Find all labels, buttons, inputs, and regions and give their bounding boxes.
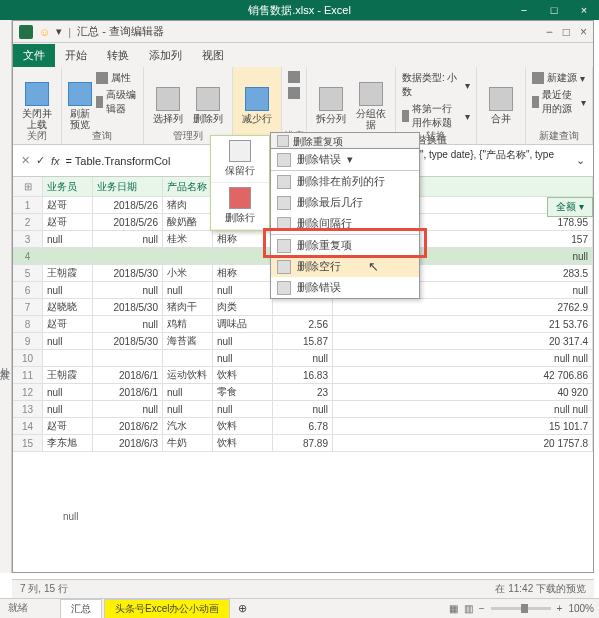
submenu-err-head[interactable]: 删除错误 ▾ [271,149,419,170]
combine-button[interactable]: 合并 [483,70,519,141]
min-icon[interactable]: − [509,4,539,16]
cell-biz[interactable]: 王朝霞 [43,265,93,281]
cell-biz[interactable]: null [43,333,93,349]
cell-date[interactable]: 2018/5/26 [93,197,163,213]
add-sheet-button[interactable]: ⊕ [232,602,253,615]
cell-biz[interactable]: null [43,231,93,247]
cell-prod[interactable]: 猪肉干 [163,299,213,315]
cell-r1[interactable]: null [213,333,273,349]
cell-date[interactable]: 2018/6/2 [93,418,163,434]
cell-r3[interactable]: 21 53.76 [333,316,593,332]
cell-r3[interactable]: 20 1757.8 [333,435,593,451]
cell-date[interactable]: 2018/5/30 [93,265,163,281]
sheet-tab-1[interactable]: 汇总 [60,599,102,618]
zoom-pct[interactable]: 100% [568,603,594,614]
zoom-in-icon[interactable]: + [557,603,563,614]
data-type-button[interactable]: 数据类型: 小数 ▾ [402,70,470,100]
cell-date[interactable] [93,350,163,366]
table-row[interactable]: 11王朝霞2018/6/1运动饮料饮料16.8342 706.86 [13,367,593,384]
cell-r2[interactable]: 23 [273,384,333,400]
ed-max-icon[interactable]: □ [563,25,570,39]
qat-dropdown-icon[interactable]: ▾ [56,25,62,38]
cell-r3[interactable]: 40 920 [333,384,593,400]
cell-prod[interactable]: null [163,384,213,400]
cell-r3[interactable]: 20 317.4 [333,333,593,349]
cell-r1[interactable] [213,248,273,264]
cell-r3[interactable]: 2762.9 [333,299,593,315]
cell-r2[interactable] [273,299,333,315]
cell-prod[interactable]: 汽水 [163,418,213,434]
max-icon[interactable]: □ [539,4,569,16]
table-row[interactable]: 10nullnullnull null [13,350,593,367]
cell-date[interactable]: null [93,401,163,417]
sheet-tab-2[interactable]: 头条号Excel办公小动画 [104,599,230,618]
cell-r1[interactable]: 饮料 [213,367,273,383]
remove-alternate-rows[interactable]: 删除间隔行 [271,213,419,234]
sort-asc-button[interactable] [288,70,300,84]
cell-r3[interactable]: null null [333,350,593,366]
table-row[interactable]: 8赵哥null鸡精调味品2.5621 53.76 [13,316,593,333]
sort-desc-button[interactable] [288,86,300,100]
cell-date[interactable]: 2018/5/30 [93,299,163,315]
properties-button[interactable]: 属性 [96,70,137,86]
cell-prod[interactable]: 牛奶 [163,435,213,451]
cell-r2[interactable]: null [273,350,333,366]
cell-date[interactable]: 2018/6/1 [93,384,163,400]
table-row[interactable]: 9null2018/5/30海苔酱null15.8720 317.4 [13,333,593,350]
cell-r1[interactable]: null [213,401,273,417]
table-row[interactable]: 13nullnullnullnullnullnull null [13,401,593,418]
cell-r2[interactable]: null [273,401,333,417]
cell-biz[interactable] [43,350,93,366]
cell-prod[interactable]: 运动饮料 [163,367,213,383]
cell-date[interactable]: 2018/5/30 [93,333,163,349]
ed-min-icon[interactable]: − [546,25,553,39]
cell-date[interactable] [93,248,163,264]
cell-prod[interactable] [163,248,213,264]
remove-errors[interactable]: 删除错误 [271,277,419,298]
first-row-header-button[interactable]: 将第一行用作标题 ▾ [402,101,470,131]
fx-cancel-icon[interactable]: ✕ [21,154,30,167]
tab-addcol[interactable]: 添加列 [139,44,192,67]
cell-biz[interactable] [43,248,93,264]
cell-prod[interactable]: 鸡精 [163,316,213,332]
cell-r2[interactable]: 15.87 [273,333,333,349]
cell-prod[interactable]: 猪肉 [163,197,213,213]
zoom-out-icon[interactable]: − [479,603,485,614]
cell-biz[interactable]: null [43,401,93,417]
keep-rows-item[interactable]: 保留行 [211,136,269,183]
tab-home[interactable]: 开始 [55,44,97,67]
new-source-button[interactable]: 新建源 ▾ [532,70,586,86]
reduce-rows-button[interactable]: 减少行 [239,70,275,141]
filter-badge[interactable]: 全额 ▾ [547,197,593,217]
cell-prod[interactable]: null [163,282,213,298]
table-row[interactable]: 14赵哥2018/6/2汽水饮料6.7815 101.7 [13,418,593,435]
tab-file[interactable]: 文件 [13,44,55,67]
cell-date[interactable]: null [93,282,163,298]
cell-biz[interactable]: 王朝霞 [43,367,93,383]
cell-r1[interactable]: 调味品 [213,316,273,332]
remove-blank-rows[interactable]: 删除空行 [271,256,419,277]
view-icon-2[interactable]: ▥ [464,603,473,614]
tab-view[interactable]: 视图 [192,44,234,67]
col-biz[interactable]: 业务员 [43,177,93,196]
close-icon[interactable]: × [569,4,599,16]
cell-r1[interactable]: 相称 [213,265,273,281]
cell-date[interactable]: null [93,316,163,332]
cell-r3[interactable]: 42 706.86 [333,367,593,383]
cell-prod[interactable] [163,350,213,366]
table-row[interactable]: 12null2018/6/1null零食2340 920 [13,384,593,401]
cell-prod[interactable]: 小米 [163,265,213,281]
table-row[interactable]: 7赵晓晓2018/5/30猪肉干肉类2762.9 [13,299,593,316]
zoom-slider[interactable] [491,607,551,610]
fx-accept-icon[interactable]: ✓ [36,154,45,167]
col-date[interactable]: 业务日期 [93,177,163,196]
cell-r1[interactable]: 零食 [213,384,273,400]
cell-prod[interactable]: 酸奶酪 [163,214,213,230]
cell-r3[interactable]: 15 101.7 [333,418,593,434]
cell-biz[interactable]: 赵晓晓 [43,299,93,315]
col-prod[interactable]: 产品名称 [163,177,213,196]
remove-duplicates[interactable]: 删除重复项 [271,234,419,256]
recent-sources-button[interactable]: 最近使用的源 ▾ [532,87,586,117]
remove-rows-item[interactable]: 删除行 [211,183,269,230]
cell-prod[interactable]: 海苔酱 [163,333,213,349]
